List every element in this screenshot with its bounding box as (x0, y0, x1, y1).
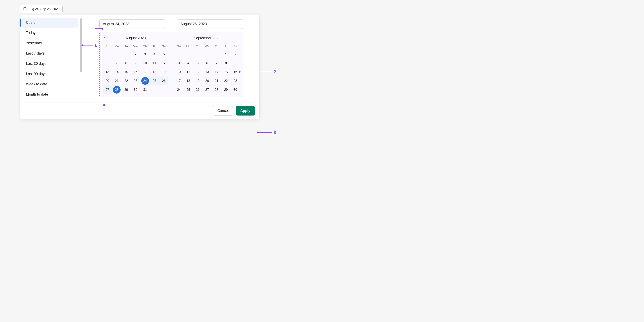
calendar-day[interactable]: 21 (212, 76, 222, 85)
calendar-day[interactable]: 13 (202, 68, 212, 76)
calendar-day[interactable]: 1 (122, 50, 131, 59)
end-date-input[interactable] (177, 19, 244, 29)
calendar-day[interactable]: 2 (131, 50, 140, 59)
start-date-input[interactable] (100, 19, 166, 29)
next-month-button[interactable]: → (234, 35, 240, 40)
calendar-day[interactable]: 5 (159, 50, 169, 59)
date-range-label: Aug 24–Sep 28, 2023 (28, 7, 60, 11)
arrow-right-icon: → (170, 22, 174, 26)
calendar-day[interactable]: 16 (131, 68, 140, 76)
annotation-3: 3 (274, 130, 276, 135)
calendar-day[interactable]: 31 (140, 85, 150, 94)
calendar-day[interactable]: 22 (221, 76, 231, 85)
calendar-day[interactable]: 15 (221, 68, 231, 76)
preset-item[interactable]: Last 30 days (22, 59, 78, 69)
weekday-label: Mo (112, 43, 122, 50)
date-range-trigger[interactable]: Aug 24–Sep 28, 2023 (20, 5, 62, 13)
calendar-day[interactable]: 18 (150, 68, 159, 76)
weekday-label: We (131, 43, 140, 50)
popover-footer: Cancel Apply (20, 102, 260, 119)
calendar-day[interactable]: 7 (112, 59, 122, 68)
calendar-day[interactable]: 18 (184, 76, 193, 85)
preset-item[interactable]: Last 7 days (22, 48, 78, 58)
weekday-label: Tu (193, 43, 202, 50)
calendar-day[interactable]: 17 (140, 68, 150, 76)
preset-scrollbar[interactable] (80, 17, 82, 100)
weekday-label: Su (174, 43, 184, 50)
calendar-day[interactable]: 28 (212, 85, 222, 94)
calendar-day[interactable]: 7 (212, 59, 222, 68)
calendar-day[interactable]: 11 (184, 68, 193, 76)
preset-item[interactable]: Yesterday (22, 38, 78, 48)
preset-item[interactable]: Week to date (22, 79, 78, 89)
calendar-day[interactable]: 27 (202, 85, 212, 94)
calendar-day[interactable]: 4 (184, 59, 193, 68)
month-title: September 2023 (194, 36, 220, 40)
month-title: August 2023 (126, 36, 146, 40)
weekday-label: Sa (231, 43, 240, 50)
prev-month-button[interactable]: ← (103, 35, 108, 40)
calendar-day[interactable]: 23 (231, 76, 240, 85)
cancel-button[interactable]: Cancel (213, 106, 233, 116)
calendar-day[interactable]: 23 (131, 76, 140, 85)
calendar-day[interactable]: 30 (131, 85, 140, 94)
weekday-label: Tu (122, 43, 131, 50)
calendar-day[interactable]: 20 (103, 76, 112, 85)
weekday-label: Mo (184, 43, 193, 50)
preset-item[interactable]: Custom (22, 18, 78, 28)
apply-button[interactable]: Apply (236, 106, 255, 116)
calendar-month: ←August 2023SuMoTuWeThFrSa12345678910111… (103, 34, 169, 94)
calendar-day[interactable]: 29 (221, 85, 231, 94)
calendar-day[interactable]: 28 (112, 85, 122, 94)
calendar-day[interactable]: 2 (231, 50, 240, 59)
calendar-day[interactable]: 3 (174, 59, 184, 68)
annotation-2: 2 (274, 69, 276, 74)
calendar-month: September 2023→SuMoTuWeThFrSa12345678910… (174, 34, 240, 94)
weekday-label: Th (212, 43, 222, 50)
calendar-day[interactable]: 19 (193, 76, 202, 85)
calendar-day[interactable]: 4 (150, 50, 159, 59)
calendar-day[interactable]: 11 (150, 59, 159, 68)
preset-item[interactable]: Last 90 days (22, 69, 78, 79)
calendar-day[interactable]: 1 (221, 50, 231, 59)
calendar-day[interactable]: 15 (122, 68, 131, 76)
calendar-day[interactable]: 21 (112, 76, 122, 85)
calendar-day[interactable]: 10 (140, 59, 150, 68)
calendar-day[interactable]: 24 (174, 85, 184, 94)
calendar-day[interactable]: 12 (193, 68, 202, 76)
calendar-day[interactable]: 17 (174, 76, 184, 85)
calendar-day[interactable]: 24 (140, 76, 150, 85)
preset-item[interactable]: Today (22, 28, 78, 38)
calendar-day[interactable]: 26 (159, 76, 169, 85)
calendar-day[interactable]: 10 (174, 68, 184, 76)
calendar-day[interactable]: 30 (231, 85, 240, 94)
calendar-day[interactable]: 12 (159, 59, 169, 68)
calendar-day[interactable]: 6 (202, 59, 212, 68)
calendar-icon (23, 7, 27, 11)
calendar-day[interactable]: 14 (212, 68, 222, 76)
calendar-day[interactable]: 27 (103, 85, 112, 94)
calendar-day[interactable]: 6 (103, 59, 112, 68)
calendar-day[interactable]: 13 (103, 68, 112, 76)
calendar-day[interactable]: 8 (221, 59, 231, 68)
calendar-day[interactable]: 26 (193, 85, 202, 94)
weekday-label: Fr (221, 43, 231, 50)
calendar-day[interactable]: 5 (193, 59, 202, 68)
calendar-day[interactable]: 25 (184, 85, 193, 94)
calendar-day[interactable]: 29 (122, 85, 131, 94)
weekday-label: Su (103, 43, 112, 50)
calendar-day[interactable]: 22 (122, 76, 131, 85)
calendar-day[interactable]: 14 (112, 68, 122, 76)
calendar-column: → ←August 2023SuMoTuWeThFrSa123456789101… (83, 15, 260, 102)
calendar-day[interactable]: 20 (202, 76, 212, 85)
calendar-day[interactable]: 9 (231, 59, 240, 68)
calendar-day[interactable]: 16 (231, 68, 240, 76)
calendar-day[interactable]: 3 (140, 50, 150, 59)
calendar-day[interactable]: 25 (150, 76, 159, 85)
calendar-container: ←August 2023SuMoTuWeThFrSa12345678910111… (100, 32, 243, 98)
calendar-day[interactable]: 19 (159, 68, 169, 76)
calendar-day[interactable]: 9 (131, 59, 140, 68)
calendar-day[interactable]: 8 (122, 59, 131, 68)
preset-item[interactable]: Month to date (22, 90, 78, 100)
weekday-label: Sa (159, 43, 169, 50)
